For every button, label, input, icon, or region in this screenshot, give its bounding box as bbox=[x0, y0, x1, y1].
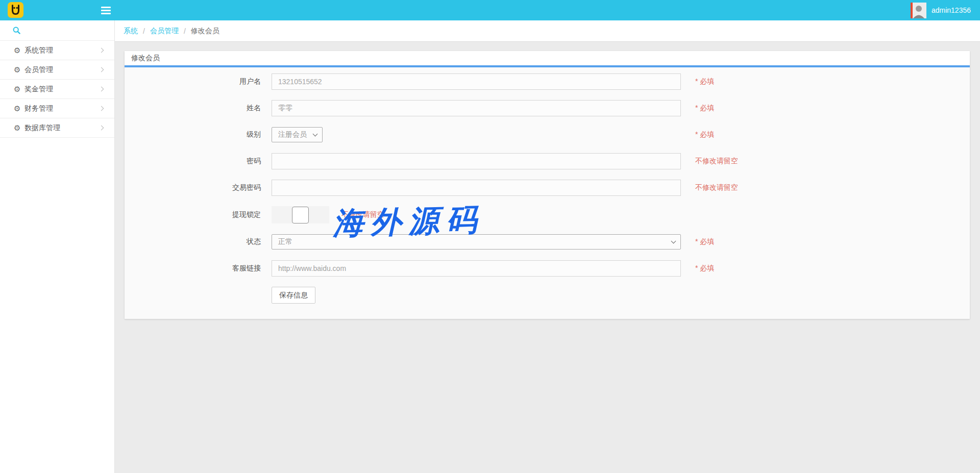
breadcrumb-current-page: 修改会员 bbox=[191, 27, 219, 36]
level-label: 级别 bbox=[125, 130, 261, 139]
username-label: 用户名 bbox=[125, 77, 261, 86]
chevron-right-icon bbox=[99, 67, 104, 72]
sidebar-item-label: 数据库管理 bbox=[24, 123, 100, 133]
chevron-down-icon bbox=[313, 132, 318, 137]
sidebar-search[interactable] bbox=[0, 20, 114, 41]
status-label: 状态 bbox=[125, 237, 261, 246]
status-select-value: 正常 bbox=[278, 237, 292, 246]
username-required-hint: * 必填 bbox=[695, 77, 714, 86]
trade-password-input[interactable] bbox=[272, 180, 681, 196]
user-avatar bbox=[911, 3, 926, 18]
chevron-right-icon bbox=[99, 106, 104, 111]
sidebar-item-label: 奖金管理 bbox=[24, 85, 100, 94]
panel-title-bar: 修改会员 bbox=[125, 51, 970, 67]
edit-member-form: 用户名 * 必填 姓名 * 必填 级别 注册会员 bbox=[125, 67, 970, 304]
sidebar-item-database-management[interactable]: ⚙ 数据库管理 bbox=[0, 118, 114, 138]
sidebar-item-bonus-management[interactable]: ⚙ 奖金管理 bbox=[0, 80, 114, 99]
password-input[interactable] bbox=[272, 153, 681, 169]
chevron-down-icon bbox=[671, 239, 676, 244]
realname-required-hint: * 必填 bbox=[695, 104, 714, 113]
breadcrumb-link-member-management[interactable]: 会员管理 bbox=[150, 27, 179, 36]
logged-in-username: admin12356 bbox=[932, 6, 971, 14]
form-row-realname: 姓名 * 必填 bbox=[125, 100, 970, 116]
breadcrumb-link-system[interactable]: 系统 bbox=[124, 27, 138, 36]
form-row-password: 密码 不修改请留空 bbox=[125, 153, 970, 169]
withdraw-lock-label: 提现锁定 bbox=[125, 210, 261, 219]
main-content: 系统 / 会员管理 / 修改会员 修改会员 用户名 * 必填 姓名 bbox=[115, 20, 980, 473]
realname-input[interactable] bbox=[272, 100, 681, 116]
service-link-required-hint: * 必填 bbox=[695, 264, 714, 273]
service-link-label: 客服链接 bbox=[125, 264, 261, 273]
withdraw-lock-note-hint: 不修改请留空 bbox=[341, 210, 384, 219]
search-icon bbox=[13, 27, 20, 34]
edit-member-panel: 修改会员 用户名 * 必填 姓名 * 必填 级别 bbox=[125, 51, 970, 319]
sidebar-item-label: 系统管理 bbox=[24, 46, 100, 55]
top-header: admin12356 bbox=[0, 0, 980, 20]
breadcrumb-separator: / bbox=[184, 27, 186, 35]
status-select[interactable]: 正常 bbox=[272, 234, 681, 250]
sidebar-item-finance-management[interactable]: ⚙ 财务管理 bbox=[0, 99, 114, 118]
trade-password-label: 交易密码 bbox=[125, 183, 261, 192]
level-select-value: 注册会员 bbox=[278, 130, 307, 139]
level-select[interactable]: 注册会员 bbox=[272, 127, 323, 142]
realname-label: 姓名 bbox=[125, 104, 261, 113]
form-row-withdraw-lock: 提现锁定 不修改请留空 bbox=[125, 206, 970, 223]
trade-password-note-hint: 不修改请留空 bbox=[695, 183, 738, 192]
chevron-right-icon bbox=[99, 126, 104, 131]
panel-title: 修改会员 bbox=[131, 54, 160, 63]
password-label: 密码 bbox=[125, 157, 261, 166]
chevron-right-icon bbox=[99, 87, 104, 92]
avatar-photo-edge bbox=[911, 3, 913, 18]
gear-icon: ⚙ bbox=[14, 104, 24, 113]
form-row-status: 状态 正常 * 必填 bbox=[125, 234, 970, 250]
form-row-trade-password: 交易密码 不修改请留空 bbox=[125, 180, 970, 196]
breadcrumb-separator: / bbox=[143, 27, 145, 35]
form-row-username: 用户名 * 必填 bbox=[125, 73, 970, 90]
breadcrumb: 系统 / 会员管理 / 修改会员 bbox=[115, 20, 980, 42]
gear-icon: ⚙ bbox=[14, 65, 24, 74]
gear-icon: ⚙ bbox=[14, 85, 24, 94]
gear-icon: ⚙ bbox=[14, 123, 24, 133]
withdraw-lock-checkbox[interactable] bbox=[292, 207, 309, 223]
form-row-service-link: 客服链接 * 必填 bbox=[125, 260, 970, 277]
gear-icon: ⚙ bbox=[14, 46, 24, 55]
form-row-level: 级别 注册会员 * 必填 bbox=[125, 127, 970, 143]
sidebar-item-label: 财务管理 bbox=[24, 104, 100, 113]
sidebar-nav: ⚙ 系统管理 ⚙ 会员管理 ⚙ 奖金管理 ⚙ 财务管理 ⚙ 数据库管理 bbox=[0, 20, 115, 473]
status-required-hint: * 必填 bbox=[695, 237, 714, 246]
level-required-hint: * 必填 bbox=[695, 130, 714, 139]
sidebar-item-member-management[interactable]: ⚙ 会员管理 bbox=[0, 60, 114, 80]
service-link-input[interactable] bbox=[272, 260, 681, 277]
app-logo-icon[interactable] bbox=[8, 2, 23, 18]
withdraw-lock-cell bbox=[272, 206, 329, 223]
sidebar-item-label: 会员管理 bbox=[24, 65, 100, 74]
sidebar-toggle-hamburger-icon[interactable] bbox=[101, 7, 111, 14]
sidebar-item-system-management[interactable]: ⚙ 系统管理 bbox=[0, 41, 114, 60]
password-note-hint: 不修改请留空 bbox=[695, 157, 738, 166]
username-input[interactable] bbox=[272, 73, 681, 90]
chevron-right-icon bbox=[99, 48, 104, 53]
save-button[interactable]: 保存信息 bbox=[272, 287, 315, 304]
header-user-menu[interactable]: admin12356 bbox=[911, 0, 971, 20]
